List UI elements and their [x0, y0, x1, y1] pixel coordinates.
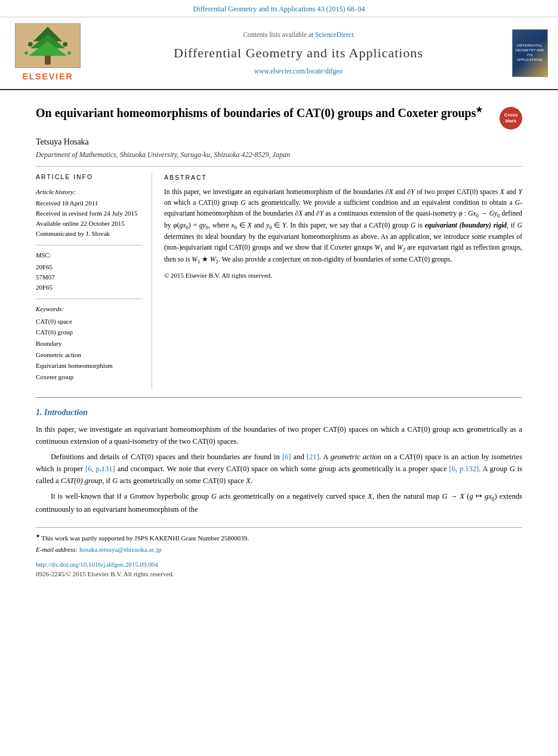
- section-divider-1: [36, 397, 522, 398]
- abstract-header: ABSTRACT: [164, 173, 522, 182]
- article-info-header: ARTICLE INFO: [36, 173, 143, 182]
- elsevier-wordmark: ELSEVIER: [22, 70, 73, 83]
- journal-banner: ELSEVIER Contents lists available at Sci…: [0, 17, 558, 90]
- msc-57M07: 57M07: [36, 272, 143, 282]
- elsevier-tree-image: [15, 23, 81, 68]
- keywords-label: Keywords:: [36, 304, 143, 314]
- article-info-column: ARTICLE INFO Article history: Received 1…: [36, 173, 152, 389]
- svg-point-7: [24, 51, 28, 55]
- footnote-email-line: E-mail address: hosaka.tetsuya@shizuoka.…: [36, 545, 522, 555]
- keyword-coxeter: Coxeter group: [36, 371, 143, 383]
- main-content-area: On equivariant homeomorphisms of boundar…: [0, 90, 558, 591]
- author-affiliation: Department of Mathematics, Shizuoka Univ…: [36, 149, 522, 160]
- footnote-star-line: ★ This work was partly supported by JSPS…: [36, 533, 522, 543]
- msc-label: MSC:: [36, 250, 143, 260]
- author-email[interactable]: hosaka.tetsuya@shizuoka.ac.jp: [79, 546, 162, 553]
- journal-ref-text: Differential Geometry and its Applicatio…: [193, 5, 365, 13]
- keyword-cat0-space: CAT(0) space: [36, 316, 143, 327]
- svg-point-6: [63, 42, 67, 47]
- msc-20F65-2: 20F65: [36, 282, 143, 293]
- journal-url[interactable]: www.elsevier.com/locate/difgeo: [254, 66, 343, 76]
- svg-point-8: [67, 51, 71, 55]
- crossmark-badge[interactable]: CrossMark: [500, 107, 522, 130]
- info-sep-2: [36, 299, 143, 299]
- abstract-text: In this paper, we investigate an equivar…: [164, 187, 522, 266]
- svg-point-5: [28, 42, 33, 47]
- keywords-section: Keywords: CAT(0) space CAT(0) group Boun…: [36, 304, 143, 383]
- title-star: ★: [476, 105, 483, 114]
- msc-section: MSC: 20F65 57M07 20F65: [36, 250, 143, 293]
- keyword-equivariant: Equivariant homeomorphism: [36, 360, 143, 371]
- article-history-section: Article history: Received 18 April 2011 …: [36, 187, 143, 239]
- info-abstract-section: ARTICLE INFO Article history: Received 1…: [36, 173, 522, 389]
- science-direct-link[interactable]: ScienceDirect: [315, 31, 354, 38]
- elsevier-logo-area: ELSEVIER: [9, 23, 87, 83]
- banner-center: Contents lists available at ScienceDirec…: [95, 23, 501, 83]
- contents-available-text: Contents lists available at ScienceDirec…: [243, 30, 353, 40]
- footnote-section: ★ This work was partly supported by JSPS…: [36, 527, 522, 555]
- revised-date: Received in revised form 24 July 2015: [36, 208, 143, 219]
- journal-cover: DIFFERENTIAL GEOMETRY AND ITS APPLICATIO…: [510, 23, 549, 83]
- keyword-cat0-group: CAT(0) group: [36, 327, 143, 338]
- banner-journal-title: Differential Geometry and its Applicatio…: [174, 43, 423, 63]
- crossmark-icon: CrossMark: [500, 107, 522, 130]
- keyword-boundary: Boundary: [36, 338, 143, 349]
- info-sep-1: [36, 245, 143, 245]
- received-date: Received 18 April 2011: [36, 198, 143, 208]
- cover-text: DIFFERENTIAL GEOMETRY AND ITS APPLICATIO…: [514, 44, 545, 62]
- introduction-title: 1. Introduction: [36, 406, 522, 419]
- article-title-area: On equivariant homeomorphisms of boundar…: [36, 105, 522, 130]
- available-date: Available online 22 October 2015: [36, 219, 143, 229]
- journal-reference-line: Differential Geometry and its Applicatio…: [0, 0, 558, 17]
- issn-line: 0926-2245/© 2015 Elsevier B.V. All right…: [36, 569, 522, 579]
- title-text: On equivariant homeomorphisms of boundar…: [36, 105, 494, 121]
- history-label: Article history:: [36, 187, 143, 197]
- intro-paragraph-2: Definitions and details of CAT(0) spaces…: [36, 451, 522, 487]
- abstract-column: ABSTRACT In this paper, we investigate a…: [164, 173, 522, 389]
- intro-paragraph-3: It is well-known that if a Gromov hyperb…: [36, 490, 522, 516]
- author-name: Tetsuya Hosaka: [36, 136, 522, 148]
- separator-1: [36, 166, 522, 167]
- copyright-line: © 2015 Elsevier B.V. All rights reserved…: [164, 271, 522, 281]
- msc-20F65-1: 20F65: [36, 262, 143, 272]
- keywords-list: CAT(0) space CAT(0) group Boundary Geome…: [36, 316, 143, 383]
- intro-paragraph-1: In this paper, we investigate an equivar…: [36, 423, 522, 447]
- cover-image: DIFFERENTIAL GEOMETRY AND ITS APPLICATIO…: [512, 29, 548, 77]
- doi-line[interactable]: http://dx.doi.org/10.1016/j.difgeo.2015.…: [36, 560, 522, 570]
- communicated-by: Communicated by J. Slovak: [36, 229, 143, 239]
- keyword-geometric-action: Geometric action: [36, 349, 143, 361]
